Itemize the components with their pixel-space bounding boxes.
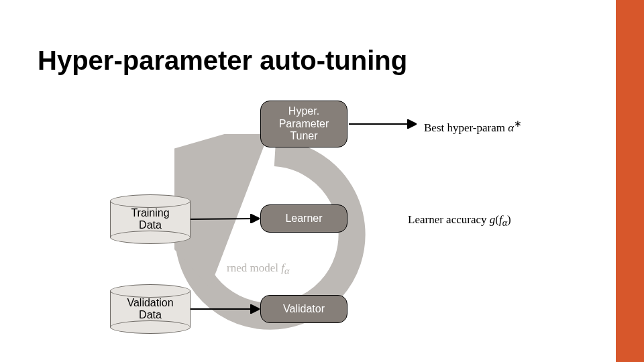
best-hyperparam-label: Best hyper-param α∗ — [424, 118, 522, 135]
learner-label: Learner — [285, 213, 322, 225]
learner-accuracy-text: Learner accuracy — [408, 213, 490, 226]
tuner-label-line2: Parameter — [279, 118, 329, 129]
validation-data-cylinder: Validation Data — [110, 284, 191, 334]
alpha-sub-2: α — [284, 265, 289, 276]
accent-bar — [616, 0, 644, 362]
best-hyperparam-text: Best hyper-param — [424, 121, 508, 134]
training-data-label-line1: Training — [131, 207, 169, 219]
validation-data-label-line2: Data — [139, 309, 162, 320]
learner-node: Learner — [260, 204, 347, 233]
learned-model-text: rned model — [227, 261, 281, 274]
tuner-label-line1: Hyper. — [288, 105, 319, 117]
star-superscript: ∗ — [514, 118, 522, 129]
alpha-symbol: α — [508, 121, 514, 134]
validation-data-label-line1: Validation — [127, 297, 173, 308]
tuner-label-line3: Tuner — [290, 130, 317, 141]
validator-node: Validator — [260, 295, 347, 323]
training-data-cylinder: Training Data — [110, 194, 191, 244]
slide-title: Hyper-parameter auto-tuning — [38, 46, 407, 76]
training-data-label-line2: Data — [139, 219, 162, 231]
tuner-node: Hyper. Parameter Tuner — [260, 101, 347, 147]
g-symbol: g — [490, 213, 496, 226]
alpha-sub: α — [502, 217, 507, 228]
learned-model-label: rned model fα — [227, 261, 289, 277]
learner-accuracy-label: Learner accuracy g(fα) — [408, 213, 511, 229]
validator-label: Validator — [283, 303, 325, 315]
slide: Hyper-parameter auto-tuning Hyper. Param… — [0, 0, 644, 362]
